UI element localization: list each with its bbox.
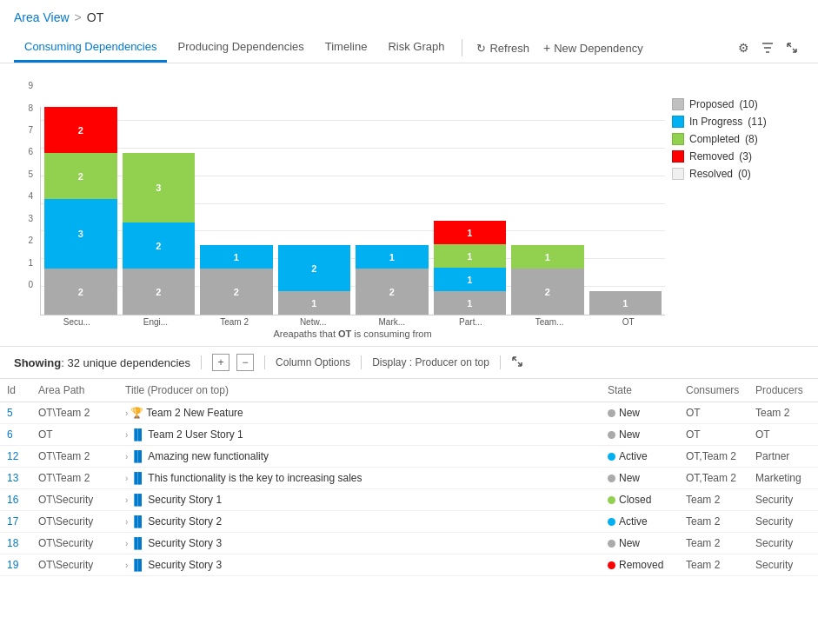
bar-segment-3-0[interactable]: 1 <box>278 291 351 315</box>
display-toggle[interactable]: Display : Producer on top <box>372 356 489 368</box>
legend-proposed: Proposed (10) <box>672 98 797 110</box>
cell-title-3: › ▐▌ This functionality is the key to in… <box>118 468 601 489</box>
bar-segment-5-1[interactable]: 1 <box>434 268 507 291</box>
cell-state-1: New <box>601 424 679 446</box>
cell-producers-7: Security <box>748 554 818 576</box>
tab-producing[interactable]: Producing Dependencies <box>167 33 314 63</box>
title-text-2[interactable]: Amazing new functionality <box>148 450 269 462</box>
tab-consuming[interactable]: Consuming Dependencies <box>14 33 167 63</box>
legend-inprogress-label: In Progress <box>689 116 742 128</box>
cell-consumers-5: Team 2 <box>679 511 748 533</box>
title-text-1[interactable]: Team 2 User Story 1 <box>148 428 243 441</box>
bar-segment-1-1[interactable]: 2 <box>123 222 196 269</box>
fullscreen-button[interactable] <box>511 355 523 370</box>
id-link-1[interactable]: 6 <box>7 428 13 441</box>
tab-divider <box>462 39 462 56</box>
bar-segment-3-1[interactable]: 2 <box>278 245 351 291</box>
table-row: 12 OT\Team 2 › ▐▌ Amazing new functional… <box>0 446 818 468</box>
expand-arrow-2[interactable]: › <box>125 452 128 461</box>
table-toolbar: Showing: 32 unique dependencies + − Colu… <box>0 346 818 379</box>
expand-rows-button[interactable]: + <box>212 354 229 371</box>
cell-consumers-6: Team 2 <box>679 533 748 554</box>
new-dependency-button[interactable]: + New Dependency <box>536 37 650 58</box>
id-link-5[interactable]: 17 <box>7 515 18 528</box>
bar-segment-6-0[interactable]: 2 <box>511 269 584 315</box>
bar-segment-5-0[interactable]: 1 <box>434 291 507 315</box>
id-link-3[interactable]: 13 <box>7 472 18 484</box>
work-icon-3: ▐▌ <box>130 472 145 484</box>
title-text-5[interactable]: Security Story 2 <box>148 515 222 528</box>
bar-label-4: Mark... <box>356 317 429 327</box>
cell-id-1: 6 <box>0 424 31 446</box>
bar-segment-1-2[interactable]: 3 <box>123 153 196 222</box>
y-label-0: 0 <box>14 280 33 289</box>
expand-arrow-7[interactable]: › <box>125 561 128 570</box>
cell-title-7: › ▐▌ Security Story 3 <box>118 554 601 576</box>
col-header-state: State <box>601 379 679 402</box>
y-label-5: 5 <box>14 169 33 179</box>
y-label-2: 2 <box>14 236 33 245</box>
cell-consumers-0: OT <box>679 402 748 424</box>
cell-id-4: 16 <box>0 489 31 511</box>
cell-consumers-7: Team 2 <box>679 554 748 576</box>
y-label-4: 4 <box>14 191 33 201</box>
cell-area-2: OT\Team 2 <box>31 446 118 468</box>
collapse-rows-button[interactable]: − <box>236 354 254 371</box>
settings-button[interactable]: ⚙ <box>731 36 755 60</box>
chart-container: 0 1 2 3 4 5 6 7 8 9 <box>14 81 665 339</box>
table-row: 19 OT\Security › ▐▌ Security Story 3 Rem… <box>0 554 818 576</box>
new-dependency-label: New Dependency <box>554 42 643 55</box>
expand-arrow-5[interactable]: › <box>125 517 128 527</box>
cell-title-6: › ▐▌ Security Story 3 <box>118 533 601 554</box>
bar-segment-5-3[interactable]: 1 <box>434 221 507 244</box>
bar-segment-4-1[interactable]: 1 <box>356 245 429 269</box>
bar-segment-0-2[interactable]: 2 <box>44 153 117 199</box>
cell-id-0: 5 <box>0 402 31 424</box>
bar-segment-5-2[interactable]: 1 <box>434 244 507 268</box>
title-text-0[interactable]: Team 2 New Feature <box>146 407 243 419</box>
bar-label-2: Team 2 <box>197 317 271 327</box>
id-link-6[interactable]: 18 <box>7 537 18 549</box>
col-header-consumers: Consumers <box>679 379 748 402</box>
bar-group-5: 1111 <box>434 221 507 315</box>
bar-segment-0-3[interactable]: 2 <box>44 107 117 153</box>
breadcrumb-area[interactable]: Area View <box>14 10 70 24</box>
bar-group-7: 1 <box>589 291 662 315</box>
expand-arrow-4[interactable]: › <box>125 495 128 505</box>
tab-risk[interactable]: Risk Graph <box>377 33 455 63</box>
tab-timeline[interactable]: Timeline <box>315 33 378 63</box>
bar-segment-0-0[interactable]: 2 <box>44 269 117 315</box>
expand-arrow-6[interactable]: › <box>125 539 128 548</box>
id-link-7[interactable]: 19 <box>7 559 18 571</box>
id-link-2[interactable]: 12 <box>7 450 18 462</box>
showing-label: Showing: 32 unique dependencies <box>14 356 190 369</box>
expand-button[interactable] <box>780 36 804 60</box>
legend-resolved-label: Resolved <box>689 168 733 180</box>
filter-button[interactable] <box>755 36 780 60</box>
bar-segment-4-0[interactable]: 2 <box>356 269 429 315</box>
legend-proposed-count: (10) <box>739 98 757 110</box>
title-text-4[interactable]: Security Story 1 <box>148 494 222 506</box>
bar-label-7: OT <box>591 317 665 327</box>
expand-arrow-0[interactable]: › <box>125 408 128 418</box>
id-link-4[interactable]: 16 <box>7 494 18 506</box>
bar-segment-2-1[interactable]: 1 <box>200 245 273 269</box>
bar-segment-6-2[interactable]: 1 <box>511 245 584 269</box>
id-link-0[interactable]: 5 <box>7 407 13 419</box>
bar-segment-2-0[interactable]: 2 <box>200 269 273 315</box>
title-text-6[interactable]: Security Story 3 <box>148 537 222 549</box>
bar-segment-7-0[interactable]: 1 <box>589 291 662 315</box>
bar-segment-1-0[interactable]: 2 <box>123 269 196 315</box>
title-text-7[interactable]: Security Story 3 <box>148 559 222 571</box>
bar-segment-0-1[interactable]: 3 <box>44 199 117 269</box>
bar-group-3: 12 <box>278 245 351 315</box>
divider-1 <box>201 355 202 369</box>
cell-title-2: › ▐▌ Amazing new functionality <box>118 446 601 468</box>
refresh-button[interactable]: ↻ Refresh <box>469 38 536 58</box>
column-options-button[interactable]: Column Options <box>276 356 350 368</box>
expand-arrow-1[interactable]: › <box>125 430 128 440</box>
title-text-3[interactable]: This functionality is the key to increas… <box>148 472 362 484</box>
expand-arrow-3[interactable]: › <box>125 474 128 483</box>
table-row: 5 OT\Team 2 › 🏆 Team 2 New Feature New O… <box>0 402 818 424</box>
table-row: 18 OT\Security › ▐▌ Security Story 3 New… <box>0 533 818 554</box>
